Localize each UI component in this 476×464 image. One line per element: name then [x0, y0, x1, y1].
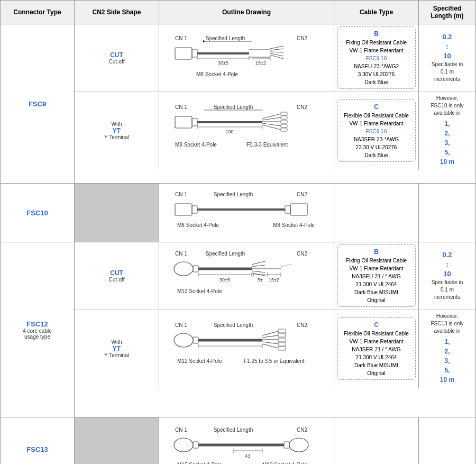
fsc9-yt-with: With	[112, 121, 122, 127]
svg-text:Specified Length: Specified Length	[206, 251, 245, 257]
fsc13-cable	[334, 417, 419, 464]
fsc13-inner: CN 1 CN2 Specified Length 43	[75, 417, 475, 464]
fsc12-yt-label: Y Terminal	[104, 352, 129, 358]
fsc9-cut-cable-detail: NASEU-23-*AWG23 30V UL20276Dark Blue	[341, 62, 412, 86]
fsc12-length-values: 0.2↕10	[442, 250, 452, 279]
fsc9-length-values: 0.2↕10	[442, 32, 452, 61]
svg-text:Specified Length: Specified Length	[214, 192, 253, 197]
svg-line-77	[252, 271, 265, 272]
fsc9-cut-label: Cut-off	[109, 59, 125, 65]
fsc10-svg: CN 1 CN2 Specified Length M8 Socket 4-Po…	[170, 189, 323, 236]
fsc9-yt-length-list: 1,2,3,5,10 m	[440, 119, 454, 167]
fsc9-yt-cable: C Flexible Oil Resistant Cable VW-1 Flam…	[334, 92, 419, 170]
fsc10-inner: CN 1 CN2 Specified Length M8 Socket 4-Po…	[75, 184, 475, 242]
svg-rect-98	[278, 342, 286, 346]
fsc13-drawing: CN 1 CN2 Specified Length 43	[159, 417, 334, 464]
fsc12-yt-cable-label: C	[341, 320, 412, 330]
fsc10-shape	[75, 184, 159, 242]
fsc9-cut-drawing: CN 1 CN2 Specified Length	[159, 24, 334, 91]
svg-line-78	[252, 273, 265, 276]
fsc10-section: FSC10 CN 1 CN2 Specified Length	[1, 184, 475, 242]
svg-line-94	[262, 344, 278, 348]
fsc13-shape	[75, 417, 159, 464]
svg-point-105	[174, 438, 193, 452]
svg-text:M12 Socket 4-Pole: M12 Socket 4-Pole	[177, 288, 222, 294]
fsc9-yt-length-note: However,FSC10 is onlyavailable in	[431, 95, 463, 117]
fsc12-yt-length-note: However,FSC13 is onlyavailable in	[431, 313, 463, 335]
fsc12-yt-cable-box: C Flexible Oil Resistant Cable VW-1 Flam…	[337, 317, 416, 380]
fsc9-yt-row: With YT Y Terminal CN 1 CN2 Specified Le…	[75, 92, 475, 170]
svg-rect-28	[175, 116, 192, 128]
svg-rect-29	[192, 119, 197, 126]
svg-text:CN 1: CN 1	[175, 104, 187, 110]
header-length: Specified Length (m)	[419, 1, 475, 24]
svg-text:CN2: CN2	[297, 322, 307, 328]
svg-line-93	[262, 342, 278, 344]
svg-rect-41	[281, 116, 287, 119]
fsc12-sublabel: 4 core cableusage type	[23, 328, 51, 340]
svg-point-113	[289, 438, 308, 452]
fsc9-length-text: Specifiable in0.1 mincrements	[432, 61, 463, 83]
fsc9-cut-cable: B Fixing Oil Resistant Cable VW-1 Flame …	[334, 24, 419, 91]
fsc9-yt-label: Y Terminal	[104, 134, 129, 140]
fsc9-yt-cable-detail: NA3SER-23-*AWG23 30 V UL20276Dark Blue	[341, 135, 412, 159]
fsc9-yt-shape: With YT Y Terminal	[75, 92, 159, 170]
fsc9-section: FSC9 CUT Cut-off CN 1 CN2 Specified Leng…	[1, 24, 475, 184]
svg-line-17	[270, 46, 283, 49]
svg-rect-43	[281, 124, 287, 128]
svg-text:CN 1: CN 1	[175, 35, 187, 41]
svg-rect-5	[175, 48, 192, 59]
svg-text:5±: 5±	[258, 277, 263, 283]
svg-line-75	[252, 265, 265, 267]
svg-text:CN2: CN2	[297, 35, 307, 41]
fsc12-yt-drawing: CN 1 CN2 Specified Length	[159, 310, 334, 388]
fsc12-inner: CUT Cut-off CN 1 CN2 Specified Length	[75, 242, 475, 417]
svg-line-79	[281, 264, 291, 267]
svg-text:Specified Length: Specified Length	[214, 322, 253, 328]
svg-rect-50	[175, 204, 192, 215]
svg-text:Specified Length: Specified Length	[214, 427, 253, 433]
svg-line-74	[252, 261, 265, 265]
svg-text:M8 Socket 4-Pole: M8 Socket 4-Pole	[196, 71, 238, 77]
svg-rect-6	[192, 50, 197, 57]
fsc9-inner: CUT Cut-off CN 1 CN2 Specified Length	[75, 24, 475, 183]
table-header: Connector Type CN2 Side Shape Outline Dr…	[1, 1, 475, 24]
svg-rect-112	[284, 442, 289, 448]
svg-text:M12 Socket 4-Pole: M12 Socket 4-Pole	[177, 358, 222, 364]
fsc10-row: CN 1 CN2 Specified Length M8 Socket 4-Po…	[75, 184, 475, 242]
fsc12-yt-length: However,FSC13 is onlyavailable in 1,2,3,…	[419, 310, 475, 388]
fsc9-cut-shape: CUT Cut-off	[75, 24, 159, 91]
svg-rect-85	[193, 337, 198, 343]
fsc12-cut-drawing: CN 1 CN2 Specified Length 30±5	[159, 242, 334, 309]
svg-rect-54	[290, 204, 307, 215]
fsc12-cut-label-blue: CUT	[110, 269, 123, 277]
svg-rect-61	[193, 266, 198, 272]
fsc12-section: FSC12 4 core cableusage type CUT Cut-off…	[1, 242, 475, 417]
fsc12-cut-length: 0.2↕10 Specifiable in0.1 mincrements	[419, 242, 475, 309]
svg-text:CN 1: CN 1	[175, 322, 187, 328]
fsc12-yt-row: With YT Y Terminal CN 1 CN2 Specified Le…	[75, 310, 475, 388]
header-outline: Outline Drawing	[159, 1, 334, 24]
svg-rect-95	[278, 329, 286, 333]
svg-line-91	[262, 335, 278, 338]
fsc9-yt-cable-box: C Flexible Oil Resistant Cable VW-1 Flam…	[337, 99, 416, 162]
svg-text:CN2: CN2	[297, 192, 307, 197]
fsc12-yt-cable-detail: NA3SER-21 / * AWG21 300 V UL2464Dark Blu…	[341, 345, 412, 377]
svg-text:CN 1: CN 1	[175, 427, 187, 433]
fsc9-cut-length: 0.2↕10 Specifiable in0.1 mincrements	[419, 24, 475, 91]
svg-line-19	[270, 52, 283, 52]
svg-text:M12 Socket 4-Pole: M12 Socket 4-Pole	[262, 462, 307, 465]
fsc12-cut-row: CUT Cut-off CN 1 CN2 Specified Length	[75, 242, 475, 310]
header-cable-type: Cable Type	[334, 1, 419, 24]
fsc12-cut-cable-detail: NA3SEU-21 / * AWG21 300 V UL2464Dark Blu…	[341, 272, 412, 304]
fsc12-cut-cable: B Fixing Oil Resistant Cable VW-1 Flame …	[334, 242, 419, 309]
svg-text:M12 Socket 4-Pole: M12 Socket 4-Pole	[177, 462, 222, 465]
fsc9-connector: FSC9	[1, 24, 75, 183]
svg-text:F0.3-3 Equivalent: F0.3-3 Equivalent	[246, 142, 288, 148]
fsc12-cut-shape: CUT Cut-off	[75, 242, 159, 309]
svg-rect-106	[193, 442, 198, 448]
svg-text:100: 100	[225, 129, 233, 134]
fsc12-label: FSC12	[26, 320, 48, 328]
fsc9-yt-cable-label: C	[341, 102, 412, 112]
fsc9-cut-cable-text: Fixing Oil Resistant Cable VW-1 Flame Re…	[341, 39, 412, 54]
